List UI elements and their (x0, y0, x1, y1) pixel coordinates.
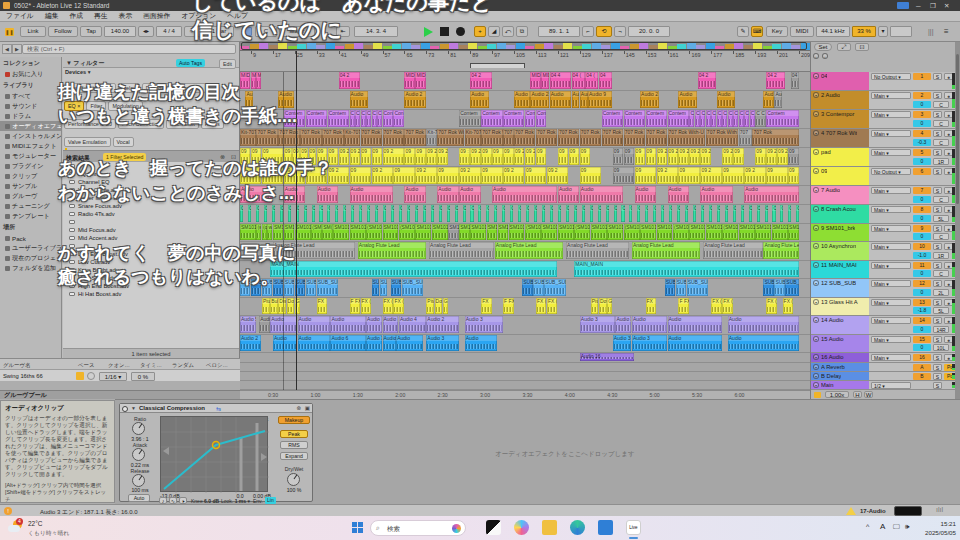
clip-Contem[interactable]: Contem (481, 110, 502, 127)
track-number-badge[interactable]: 4 (913, 130, 931, 137)
track-fold-icon[interactable]: ▾ (813, 262, 819, 268)
track-number-badge[interactable]: 12 (913, 280, 931, 287)
browser-item[interactable]: High Shelf.adv (63, 274, 239, 282)
loop-length-field[interactable]: 20. 0. 0 (628, 26, 670, 37)
device-delete-icon[interactable]: ⊗ (296, 405, 301, 411)
hamburger-menu-icon[interactable]: ≡ (944, 27, 949, 36)
clip-C[interactable]: C (700, 110, 705, 127)
clip-09[interactable]: 09 (503, 148, 513, 165)
clip-C[interactable]: C (470, 205, 473, 222)
auto-tags-badge[interactable]: Auto Tags (176, 59, 205, 67)
clip-707 Rok[interactable]: 707 Rok (514, 129, 535, 146)
clip-Kit-707[interactable]: Kit-707 (426, 129, 436, 146)
clip-Audio 3[interactable]: Audio 3 (465, 316, 503, 333)
track-lane-15 Audio[interactable]: Audio 2AudioAudioAudio 6Audio 3AudioAudi… (240, 335, 810, 354)
clip-09[interactable]: 09 (766, 167, 787, 184)
clip-C[interactable]: C (629, 205, 632, 222)
track-lane-10 Asynchron[interactable]: Analog Flute LeadAnalog Flute LeadAnalog… (240, 242, 810, 261)
clip-Audio 2[interactable]: Audio 2 (426, 316, 458, 333)
clip-C[interactable]: C (399, 205, 402, 222)
quantize-menu[interactable]: 1 Bar (204, 26, 234, 37)
scale-name-field[interactable]: Major (279, 26, 315, 37)
clip-Con[interactable]: Con (393, 110, 403, 127)
clip-C[interactable]: C (256, 205, 259, 222)
tap-tempo-button[interactable]: Tap (80, 26, 102, 37)
clip-Audio[interactable]: Audio (635, 186, 656, 203)
loop-brace[interactable] (470, 63, 525, 68)
env-mode-button[interactable]: Lin (265, 497, 276, 504)
clip-SM101[interactable]: SM101 (470, 224, 486, 241)
track-lane-A Reverb[interactable] (240, 363, 810, 372)
sidebar-item-お気に入り[interactable]: お気に入り (0, 69, 61, 79)
automation-arm-button[interactable]: ◢ (488, 26, 500, 37)
clip-707[interactable]: 707 (503, 129, 513, 146)
clip-Con[interactable]: Con (383, 110, 393, 127)
track-header-04[interactable]: ▾04No Output ▾1S● (811, 72, 956, 91)
clip-SM101[interactable]: SM101 (240, 224, 256, 241)
clip-09[interactable]: 09 (300, 148, 308, 165)
solo-button[interactable]: S (933, 262, 942, 269)
clip-Dow[interactable]: Dow (287, 298, 295, 315)
clip-Audio[interactable]: Audio (284, 186, 305, 203)
clip-707 Rok[interactable]: 707 Rok (602, 129, 623, 146)
clip-SM101[interactable]: SM101 (591, 224, 607, 241)
clip-09[interactable]: 09 (525, 167, 546, 184)
clip-C[interactable]: C (288, 205, 291, 222)
clip-Audio[interactable]: Audio (298, 335, 330, 352)
clip-09 2[interactable]: 09 2 (700, 148, 710, 165)
clip-FX ([interactable]: FX ( (393, 298, 403, 315)
clip-C[interactable]: C (765, 205, 768, 222)
clip-C[interactable]: C (706, 110, 711, 127)
compressor-graph[interactable] (160, 416, 268, 492)
clip-Au[interactable]: Au (245, 91, 253, 108)
solo-button[interactable]: S (933, 187, 942, 194)
clip-C[interactable]: C (372, 110, 377, 127)
output-routing-select[interactable]: No Output ▾ (871, 168, 911, 175)
solo-button[interactable]: S (933, 73, 942, 80)
output-routing-select[interactable]: Main ▾ (871, 206, 911, 213)
clip-C[interactable]: C (431, 205, 434, 222)
browser-item[interactable]: Low Cut.adv (63, 258, 239, 266)
solo-button[interactable]: S (933, 92, 942, 99)
tempo-follower-icon[interactable]: ❚❚ (5, 28, 14, 36)
clip-C[interactable]: C (343, 205, 346, 222)
clip-FX[interactable]: FX (646, 298, 656, 315)
arrangement-view[interactable]: 9172533414957657381899710511312112913714… (240, 42, 810, 399)
clip-C[interactable]: C (689, 110, 694, 127)
browser-item[interactable]: EQ Three (63, 170, 239, 178)
clip-09 2[interactable]: 09 2 (339, 148, 349, 165)
menu-ヘルプ[interactable]: ヘルプ (227, 11, 248, 21)
clip-C[interactable]: C (351, 205, 354, 222)
track-fold-icon[interactable]: ▾ (813, 373, 819, 379)
filter-chip-Vocal[interactable]: Vocal (113, 137, 134, 147)
clip-09[interactable]: 09 (262, 148, 283, 165)
clip-C[interactable]: C (744, 110, 749, 127)
edit-filters-button[interactable]: Edit (219, 59, 236, 69)
clip-09[interactable]: 09 (733, 148, 743, 165)
track-fold-icon[interactable]: ▾ (813, 243, 819, 249)
store-taskbar-icon[interactable] (598, 520, 613, 535)
groove-preview-icon[interactable] (87, 372, 95, 380)
clip-SUB_SUB[interactable]: SUB_SUB (402, 279, 423, 296)
computer-midi-keyboard-button[interactable]: ⌨ (751, 26, 763, 37)
clip-C[interactable]: C (693, 205, 696, 222)
clip-Audio 4[interactable]: Audio 4 (399, 316, 426, 333)
clip-F FX ([interactable]: F FX ( (503, 298, 513, 315)
clip-Audio[interactable]: Audio (240, 186, 272, 203)
clip-04[interactable]: 04 (599, 72, 612, 89)
clip-Audio[interactable]: Audio (396, 335, 423, 352)
volume-field[interactable]: 0 (913, 233, 931, 240)
track-header-9 SM101_brk[interactable]: ▾9 SM101_brkMain ▾9S●0C (811, 224, 956, 243)
clip-C[interactable]: C (677, 205, 680, 222)
clip-Kit-707[interactable]: Kit-707 (465, 129, 481, 146)
clip-C[interactable]: C (574, 205, 577, 222)
windows-start-button[interactable] (352, 522, 364, 534)
clip-C[interactable]: C (598, 205, 601, 222)
clip-SM([interactable]: SM( (322, 224, 332, 241)
weather-desc[interactable]: くもり時々晴れ (28, 529, 69, 538)
clip-SM101[interactable]: SM101 (607, 224, 623, 241)
track-lane-B Delay[interactable] (240, 372, 810, 381)
clip-F FX ([interactable]: F FX ( (678, 298, 688, 315)
clip-C[interactable]: C (661, 205, 664, 222)
pan-field[interactable]: 1R (933, 252, 949, 259)
